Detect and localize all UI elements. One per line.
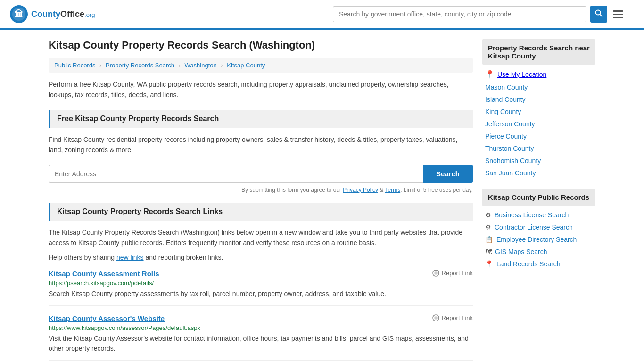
gear-icon: ⚙ bbox=[485, 211, 491, 219]
breadcrumb-washington[interactable]: Washington bbox=[185, 62, 217, 69]
list-item: Thurston County bbox=[482, 142, 595, 155]
menu-button[interactable] bbox=[611, 8, 625, 20]
list-item: ⚙ Contractor License Search bbox=[482, 221, 595, 233]
contractor-license-search-link[interactable]: Contractor License Search bbox=[495, 223, 573, 231]
content-area: Kitsap County Property Records Search (W… bbox=[49, 39, 473, 362]
list-item: 📋 Employee Directory Search bbox=[482, 233, 595, 246]
list-item: 📍 Land Records Search bbox=[482, 258, 595, 270]
gis-maps-search-link[interactable]: GIS Maps Search bbox=[495, 248, 547, 255]
main-container: Kitsap County Property Records Search (W… bbox=[39, 30, 605, 362]
employee-directory-search-link[interactable]: Employee Directory Search bbox=[496, 236, 577, 243]
link-url-1: https://www.kitsapgov.com/assessor/Pages… bbox=[49, 324, 473, 331]
links-description: The Kitsap County Property Records Searc… bbox=[49, 227, 473, 248]
list-item: 🗺 GIS Maps Search bbox=[482, 246, 595, 258]
list-item: San Juan County bbox=[482, 167, 595, 179]
county-link[interactable]: Mason County bbox=[485, 83, 528, 91]
breadcrumb: Public Records › Property Records Search… bbox=[49, 58, 473, 73]
report-icon bbox=[432, 270, 439, 277]
report-link-button-0[interactable]: Report Link bbox=[432, 270, 473, 277]
link-desc-0: Search Kitsap County property assessment… bbox=[49, 289, 473, 299]
page-description: Perform a free Kitsap County, WA public … bbox=[49, 79, 473, 100]
header-search-button[interactable] bbox=[590, 6, 607, 23]
list-item: Island County bbox=[482, 93, 595, 106]
county-link[interactable]: Pierce County bbox=[485, 132, 527, 140]
list-item: ⚙ Business License Search bbox=[482, 209, 595, 221]
business-license-search-link[interactable]: Business License Search bbox=[495, 211, 569, 219]
use-my-location: 📍 Use My Location bbox=[482, 67, 595, 81]
link-title-assessor-website[interactable]: Kitsap County Assessor's Website bbox=[49, 314, 165, 322]
list-item: Mason County bbox=[482, 81, 595, 93]
logo: 🏛 CountyOffice.org bbox=[9, 5, 95, 24]
nearby-counties-list: Mason County Island County King County J… bbox=[482, 81, 595, 179]
page-title: Kitsap County Property Records Search (W… bbox=[49, 39, 473, 51]
breadcrumb-public-records[interactable]: Public Records bbox=[54, 62, 95, 69]
svg-text:🏛: 🏛 bbox=[15, 9, 23, 19]
logo-icon: 🏛 bbox=[9, 5, 28, 24]
land-icon: 📍 bbox=[485, 260, 493, 268]
link-item: Kitsap County Assessment Rolls Report Li… bbox=[49, 270, 473, 306]
share-links: Help others by sharing new links and rep… bbox=[49, 254, 473, 261]
links-heading: Kitsap County Property Records Search Li… bbox=[49, 203, 473, 221]
free-search-heading: Free Kitsap County Property Records Sear… bbox=[49, 110, 473, 128]
header-search-area bbox=[333, 6, 625, 23]
breadcrumb-kitsap-county[interactable]: Kitsap County bbox=[227, 62, 265, 69]
free-search-description: Find Kitsap County residential property … bbox=[49, 134, 473, 156]
location-icon: 📍 bbox=[485, 70, 495, 79]
county-link[interactable]: Island County bbox=[485, 96, 526, 103]
link-url-0: https://psearch.kitsapgov.com/pdetails/ bbox=[49, 280, 473, 287]
svg-line-4 bbox=[600, 15, 602, 16]
list-item: Snohomish County bbox=[482, 155, 595, 167]
public-records-title: Kitsap County Public Records bbox=[482, 189, 595, 206]
logo-text: CountyOffice.org bbox=[31, 9, 95, 19]
list-item: King County bbox=[482, 106, 595, 118]
report-icon bbox=[432, 314, 439, 321]
address-input[interactable] bbox=[49, 165, 423, 183]
header-search-input[interactable] bbox=[333, 6, 586, 22]
search-button[interactable]: Search bbox=[423, 165, 473, 183]
address-search-row: Search bbox=[49, 165, 473, 183]
site-header: 🏛 CountyOffice.org bbox=[0, 0, 644, 30]
land-records-search-link[interactable]: Land Records Search bbox=[496, 260, 560, 268]
public-records-section: Kitsap County Public Records ⚙ Business … bbox=[482, 189, 595, 270]
use-my-location-link[interactable]: Use My Location bbox=[497, 71, 546, 78]
terms-link[interactable]: Terms bbox=[385, 187, 400, 193]
form-disclaimer: By submitting this form you agree to our… bbox=[49, 187, 473, 193]
county-link[interactable]: Jefferson County bbox=[485, 120, 535, 128]
link-desc-1: Visit the Kitsap County Assessor's websi… bbox=[49, 334, 473, 354]
breadcrumb-property-records-search[interactable]: Property Records Search bbox=[106, 62, 174, 69]
public-records-list: ⚙ Business License Search ⚙ Contractor L… bbox=[482, 209, 595, 270]
search-icon bbox=[595, 9, 603, 17]
list-item: Pierce County bbox=[482, 130, 595, 142]
new-links-link[interactable]: new links bbox=[116, 254, 144, 261]
link-item: Kitsap County Assessor's Website Report … bbox=[49, 314, 473, 361]
sidebar: Property Records Search near Kitsap Coun… bbox=[482, 39, 595, 362]
county-link[interactable]: San Juan County bbox=[485, 169, 536, 177]
link-title-assessment-rolls[interactable]: Kitsap County Assessment Rolls bbox=[49, 270, 159, 278]
nearby-title: Property Records Search near Kitsap Coun… bbox=[482, 39, 595, 65]
privacy-policy-link[interactable]: Privacy Policy bbox=[343, 187, 378, 193]
county-link[interactable]: King County bbox=[485, 108, 521, 115]
directory-icon: 📋 bbox=[485, 236, 493, 243]
map-icon: 🗺 bbox=[485, 248, 492, 255]
county-link[interactable]: Snohomish County bbox=[485, 157, 541, 165]
nearby-section: Property Records Search near Kitsap Coun… bbox=[482, 39, 595, 179]
county-link[interactable]: Thurston County bbox=[485, 145, 534, 152]
gear-icon: ⚙ bbox=[485, 223, 491, 231]
list-item: Jefferson County bbox=[482, 118, 595, 130]
report-link-button-1[interactable]: Report Link bbox=[432, 314, 473, 321]
